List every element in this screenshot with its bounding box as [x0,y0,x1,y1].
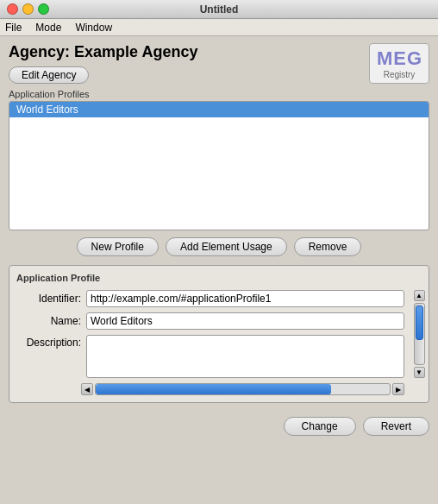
menu-file[interactable]: File [5,22,22,34]
list-item[interactable]: World Editors [9,102,429,117]
horizontal-scrollbar: ◀ ▶ [81,383,404,395]
horiz-scroll-thumb [96,384,331,394]
meg-logo-text: MEG [377,47,422,70]
bottom-buttons-row: Change Revert [0,410,438,441]
registry-label: Registry [377,70,422,79]
identifier-row: Identifier: [16,290,422,307]
agency-title-group: Agency: Example Agency Edit Agency [9,43,197,84]
profiles-section-label: Application Profiles [9,89,429,99]
detail-panel: Application Profile Identifier: Name: De… [9,265,429,403]
change-button[interactable]: Change [284,417,356,436]
add-element-button[interactable]: Add Element Usage [166,237,287,256]
scroll-down-arrow[interactable]: ▼ [414,367,425,378]
scroll-thumb [416,306,423,340]
remove-button[interactable]: Remove [294,237,362,256]
minimize-button[interactable] [22,3,34,15]
name-label: Name: [16,315,81,327]
scroll-right-arrow[interactable]: ▶ [392,383,404,395]
new-profile-button[interactable]: New Profile [77,237,159,256]
horiz-scroll-track[interactable] [95,383,391,395]
revert-button[interactable]: Revert [363,417,429,436]
maximize-button[interactable] [38,3,49,15]
detail-panel-label: Application Profile [16,273,422,283]
scroll-track[interactable] [414,303,425,365]
name-row: Name: [16,312,422,330]
edit-agency-button[interactable]: Edit Agency [9,66,89,84]
description-label: Description: [16,337,81,349]
identifier-label: Identifier: [16,293,81,305]
close-button[interactable] [7,3,18,15]
menu-mode[interactable]: Mode [35,22,61,34]
vertical-scrollbar: ▲ ▼ [413,290,425,378]
agency-header: Agency: Example Agency Edit Agency MEG R… [9,43,429,84]
description-row: Description: [16,335,422,378]
identifier-input[interactable] [86,290,404,307]
profiles-list: World Editors [9,101,429,230]
meg-logo: MEG Registry [369,43,429,84]
window-title: Untitled [200,3,239,16]
description-input[interactable] [86,335,404,378]
name-input[interactable] [86,312,404,330]
agency-title: Agency: Example Agency [9,43,197,61]
window-controls[interactable] [7,3,49,15]
scroll-left-arrow[interactable]: ◀ [81,383,93,395]
scroll-up-arrow[interactable]: ▲ [414,290,425,301]
menubar: File Mode Window [0,19,438,36]
menu-window[interactable]: Window [75,22,112,34]
main-content: Agency: Example Agency Edit Agency MEG R… [0,36,438,410]
titlebar: Untitled [0,0,438,19]
action-buttons-row: New Profile Add Element Usage Remove [9,237,429,256]
